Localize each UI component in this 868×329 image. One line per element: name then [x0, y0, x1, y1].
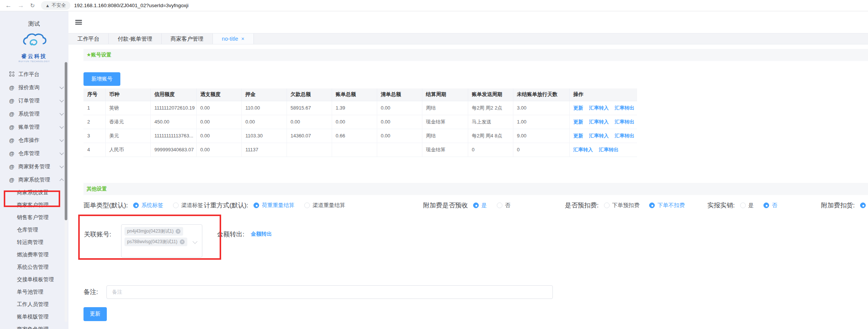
- add-account-button[interactable]: 新增账号: [83, 72, 120, 86]
- sidebar-subitem[interactable]: 燃油费率管理: [0, 248, 68, 261]
- radio-option-label: 下单不扣费: [657, 202, 685, 209]
- radio-option[interactable]: 渠道标签: [173, 202, 203, 209]
- sidebar-item-5[interactable]: @账单管理: [0, 120, 68, 134]
- warning-icon: ▲: [46, 3, 50, 8]
- table-cell: 周结: [422, 129, 468, 143]
- sidebar-item-7[interactable]: @仓库管理: [0, 147, 68, 160]
- cloud-logo-icon: [20, 31, 48, 51]
- chevron-down-icon: [59, 151, 64, 155]
- sidebar-scrollbar-thumb[interactable]: [65, 62, 67, 220]
- at-icon: @: [8, 124, 15, 130]
- sidebar-item-8[interactable]: @商家财务管理: [0, 160, 68, 173]
- sidebar-subitem[interactable]: 单号池管理: [0, 286, 68, 298]
- radio-option-label: 否: [505, 202, 511, 209]
- address-bar[interactable]: ▲ 不安全 192.168.1.160:8080/ZJ0401_02?userI…: [41, 1, 189, 10]
- action-link-汇率转入[interactable]: 汇率转入: [574, 147, 593, 152]
- url-text[interactable]: 192.168.1.160:8080/ZJ0401_02?userId=3vyf…: [74, 3, 188, 8]
- table-cell: 2: [83, 115, 105, 129]
- table-row: 2香港元450.000.000.000.000.000.00现金结算马上发送1.…: [83, 115, 637, 129]
- tab-付款-账单管理[interactable]: 付款-账单管理: [109, 34, 162, 44]
- action-link-更新[interactable]: 更新: [574, 119, 583, 125]
- radio-option[interactable]: 否: [763, 202, 777, 209]
- sidebar-item-label: 仓库操作: [18, 137, 60, 144]
- sidebar-item-2[interactable]: @报价查询: [0, 81, 68, 94]
- accounts-table: 序号币种信用额度透支额度押金欠款总额账单总额清单总额结算周期账单发送周期未结账单…: [83, 88, 637, 157]
- tab-工作平台[interactable]: 工作平台: [68, 34, 109, 44]
- action-link-汇率转入[interactable]: 汇率转入: [589, 133, 609, 139]
- action-link-汇率转入[interactable]: 汇率转入: [589, 105, 609, 111]
- table-actions-cell: 更新汇率转入汇率转出: [569, 115, 637, 129]
- radio-option-label: 荷重重量结算: [262, 202, 294, 209]
- remark-input[interactable]: [106, 285, 553, 299]
- radio-group-3: 附加费是否预收是否: [423, 201, 520, 210]
- table-cell: 现金结算: [422, 115, 468, 129]
- radio-option-label: 是: [748, 202, 754, 209]
- action-link-汇率转出[interactable]: 汇率转出: [615, 119, 634, 125]
- sidebar-item-4[interactable]: @系统管理: [0, 107, 68, 120]
- sidebar-subitem[interactable]: 商家系统设置: [0, 186, 68, 199]
- table-cell: 58915.67: [287, 101, 332, 115]
- page: ← → ↻ ▲ 不安全 192.168.1.160:8080/ZJ0401_02…: [0, 0, 868, 329]
- workspace-title: 测试: [0, 20, 68, 27]
- tab-no-title[interactable]: no-title×: [213, 34, 254, 44]
- sidebar-subitem[interactable]: 系统公告管理: [0, 261, 68, 273]
- table-row: 1英镑1111112072610.190.00110.0058915.671.3…: [83, 101, 637, 115]
- radio-option[interactable]: [860, 203, 868, 208]
- sidebar-item-3[interactable]: @订单管理: [0, 94, 68, 107]
- table-header-cell: 账单发送周期: [468, 88, 513, 101]
- sidebar-subitem[interactable]: 商家角色管理: [0, 323, 68, 329]
- sidebar-subitem[interactable]: 工作人员管理: [0, 298, 68, 311]
- radio-option[interactable]: 是: [473, 202, 487, 209]
- table-cell: 1103.30: [241, 129, 287, 143]
- action-link-汇率转出[interactable]: 汇率转出: [615, 105, 634, 111]
- collapse-menu-icon[interactable]: [75, 19, 82, 26]
- table-cell: 现金结算: [422, 143, 468, 157]
- chevron-down-icon: [59, 124, 64, 128]
- chevron-down-icon[interactable]: [193, 239, 197, 244]
- sidebar-item-6[interactable]: @仓库操作: [0, 134, 68, 147]
- sidebar-item-9[interactable]: @商家系统管理: [0, 173, 68, 186]
- table-cell: 0.66: [332, 129, 377, 143]
- sidebar-item-label: 账单管理: [18, 124, 60, 131]
- radio-option-label: 下单预扣费: [612, 202, 640, 209]
- close-icon[interactable]: ×: [241, 36, 244, 42]
- radio-icon: [304, 203, 310, 208]
- radio-icon: [604, 203, 610, 208]
- sidebar-subitem[interactable]: 账单模版管理: [0, 311, 68, 323]
- table-row: 4人民币999999340683.070.0011137现金结算00汇率转入汇率…: [83, 143, 637, 157]
- tag-close-icon[interactable]: ×: [180, 239, 185, 244]
- sidebar-subitem[interactable]: 交接单模板管理: [0, 273, 68, 286]
- sidebar-subitem[interactable]: 转运商管理: [0, 236, 68, 248]
- tag-close-icon[interactable]: ×: [176, 229, 181, 234]
- radio-option-label: 渠道重量结算: [313, 202, 345, 209]
- action-link-汇率转入[interactable]: 汇率转入: [589, 119, 609, 125]
- linked-accounts-multiselect[interactable]: pn4j43mjjo(0423测试1)×ps788wvlsg(0423测试11)…: [121, 224, 202, 257]
- sidebar-item-1[interactable]: 工作平台: [0, 68, 68, 81]
- tab-商家客户管理[interactable]: 商家客户管理: [162, 34, 213, 44]
- not-secure-badge[interactable]: ▲ 不安全: [41, 1, 70, 10]
- forward-icon[interactable]: →: [18, 2, 24, 9]
- at-icon: @: [8, 137, 15, 143]
- transfer-link[interactable]: 金额转出: [251, 231, 272, 238]
- radio-icon: [473, 203, 479, 208]
- action-link-汇率转出[interactable]: 汇率转出: [599, 147, 619, 152]
- radio-option[interactable]: 下单不扣费: [649, 202, 685, 209]
- remark-row: 备注:: [83, 285, 868, 299]
- update-button[interactable]: 更新: [83, 307, 107, 321]
- radio-option[interactable]: 否: [497, 202, 511, 209]
- radio-option[interactable]: 系统标签: [133, 202, 163, 209]
- table-cell: 1.39: [332, 101, 377, 115]
- sidebar-subitem[interactable]: 销售客户管理: [0, 211, 68, 224]
- sidebar-subitem[interactable]: 仓库管理: [0, 224, 68, 236]
- radio-option[interactable]: 渠道重量结算: [304, 202, 345, 209]
- action-link-更新[interactable]: 更新: [574, 133, 583, 139]
- reload-icon[interactable]: ↻: [30, 2, 35, 9]
- action-link-汇率转出[interactable]: 汇率转出: [615, 133, 634, 139]
- action-link-更新[interactable]: 更新: [574, 105, 583, 111]
- radio-option[interactable]: 下单预扣费: [604, 202, 640, 209]
- radio-option[interactable]: 是: [740, 202, 754, 209]
- back-icon[interactable]: ←: [5, 2, 12, 9]
- radio-option[interactable]: 荷重重量结算: [253, 202, 294, 209]
- sidebar-subitem[interactable]: 商家客户管理: [0, 199, 68, 211]
- main-area: 工作平台付款-账单管理商家客户管理no-title× ★账号设置 新增账号 序号…: [68, 11, 868, 329]
